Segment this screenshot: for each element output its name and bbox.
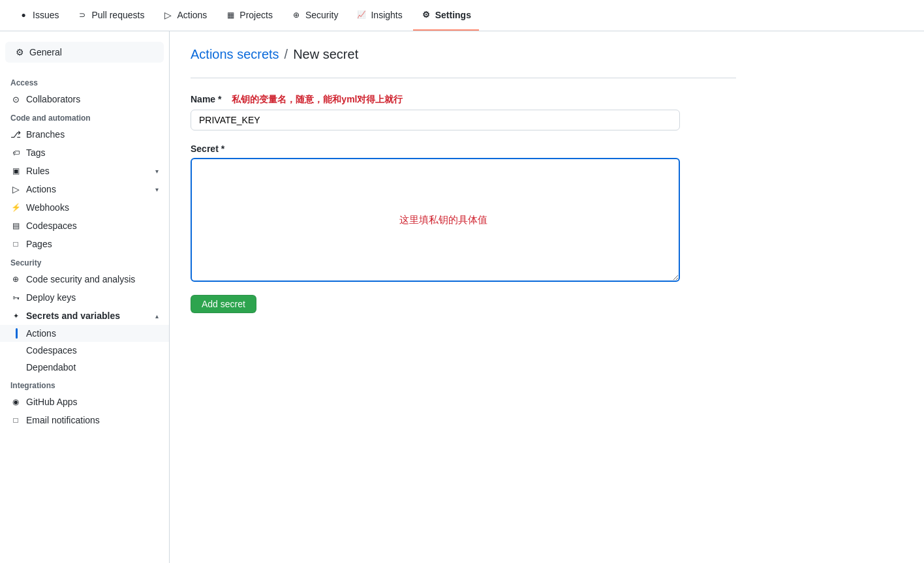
page-divider xyxy=(191,78,736,78)
sidebar-item-email-notifications[interactable]: Email notifications xyxy=(0,411,169,429)
name-form-group: Name * 私钥的变量名，随意，能和yml对得上就行 xyxy=(191,94,736,130)
pull-requests-icon xyxy=(77,10,87,20)
insights-icon xyxy=(356,10,367,20)
pages-icon xyxy=(10,239,21,249)
secret-label: Secret * xyxy=(191,144,736,154)
branch-icon xyxy=(10,129,21,140)
secret-form-group: Secret * 这里填私钥的具体值 xyxy=(191,144,736,282)
nav-projects[interactable]: Projects xyxy=(217,0,281,31)
nav-actions-label: Actions xyxy=(177,10,207,20)
nav-pr-label: Pull requests xyxy=(91,10,144,20)
rule-icon xyxy=(10,166,21,176)
sidebar-section-code-automation: Code and automation xyxy=(0,108,169,125)
sidebar-item-secrets-variables[interactable]: Secrets and variables ▴ xyxy=(0,307,169,325)
email-icon xyxy=(10,415,21,425)
sidebar-item-tags[interactable]: Tags xyxy=(0,144,169,162)
sidebar-general-label: General xyxy=(29,47,62,57)
breadcrumb-current: New secret xyxy=(293,47,358,62)
breadcrumb-link[interactable]: Actions secrets xyxy=(191,47,279,62)
actions-sidebar-icon xyxy=(10,184,21,194)
sidebar-item-rules[interactable]: Rules ▾ xyxy=(0,162,169,180)
sidebar-sub-dependabot[interactable]: Dependabot xyxy=(0,359,169,376)
nav-security-label: Security xyxy=(305,10,339,20)
breadcrumb-separator: / xyxy=(285,47,288,62)
gear-icon xyxy=(16,47,24,57)
secret-icon xyxy=(10,311,21,321)
nav-projects-label: Projects xyxy=(239,10,273,20)
sidebar-item-branches[interactable]: Branches xyxy=(0,125,169,144)
breadcrumb: Actions secrets / New secret xyxy=(191,47,736,62)
sidebar-item-pages[interactable]: Pages xyxy=(0,235,169,253)
sidebar-item-webhooks[interactable]: Webhooks xyxy=(0,198,169,217)
secrets-chevron: ▴ xyxy=(155,312,159,320)
codespace-icon xyxy=(10,221,21,231)
settings-nav-icon xyxy=(421,10,431,20)
sidebar-item-actions[interactable]: Actions ▾ xyxy=(0,180,169,198)
name-label: Name * 私钥的变量名，随意，能和yml对得上就行 xyxy=(191,94,736,106)
nav-insights[interactable]: Insights xyxy=(348,0,410,31)
webhook-icon xyxy=(10,202,21,213)
secret-textarea[interactable] xyxy=(191,158,680,282)
actions-icon xyxy=(162,10,173,20)
sidebar-item-github-apps[interactable]: GitHub Apps xyxy=(0,393,169,411)
tag-icon xyxy=(10,147,21,158)
ghapp-icon xyxy=(10,397,21,407)
actions-chevron: ▾ xyxy=(155,186,159,193)
sidebar-item-collaborators[interactable]: Collaborators xyxy=(0,90,169,108)
security-nav-icon xyxy=(291,10,301,20)
name-annotation: 私钥的变量名，随意，能和yml对得上就行 xyxy=(232,94,403,104)
nav-settings[interactable]: Settings xyxy=(413,0,479,31)
nav-pull-requests[interactable]: Pull requests xyxy=(69,0,152,31)
sidebar-section-integrations: Integrations xyxy=(0,376,169,393)
nav-issues[interactable]: Issues xyxy=(10,0,67,31)
sidebar-item-deploy-keys[interactable]: Deploy keys xyxy=(0,288,169,307)
add-secret-button[interactable]: Add secret xyxy=(191,295,256,313)
projects-icon xyxy=(225,10,236,20)
nav-actions[interactable]: Actions xyxy=(155,0,215,31)
nav-insights-label: Insights xyxy=(371,10,402,20)
sidebar-sub-codespaces[interactable]: Codespaces xyxy=(0,342,169,359)
rules-chevron: ▾ xyxy=(155,168,159,175)
issues-icon xyxy=(18,10,29,20)
sidebar-section-access: Access xyxy=(0,73,169,90)
collaborators-icon xyxy=(10,94,21,104)
main-content: Actions secrets / New secret Name * 私钥的变… xyxy=(170,31,757,563)
sidebar-item-codespaces[interactable]: Codespaces xyxy=(0,217,169,235)
key-icon xyxy=(10,292,21,303)
code-security-icon xyxy=(10,274,21,284)
name-input[interactable] xyxy=(191,110,680,130)
nav-issues-label: Issues xyxy=(33,10,59,20)
sidebar-sub-actions[interactable]: Actions xyxy=(0,325,169,342)
nav-settings-label: Settings xyxy=(435,10,471,20)
sidebar: General Access Collaborators Code and au… xyxy=(0,31,170,563)
sidebar-item-code-security[interactable]: Code security and analysis xyxy=(0,270,169,288)
nav-security[interactable]: Security xyxy=(283,0,346,31)
sidebar-section-security: Security xyxy=(0,253,169,270)
sidebar-general[interactable]: General xyxy=(5,42,164,63)
top-nav: Issues Pull requests Actions Projects Se… xyxy=(0,0,924,31)
